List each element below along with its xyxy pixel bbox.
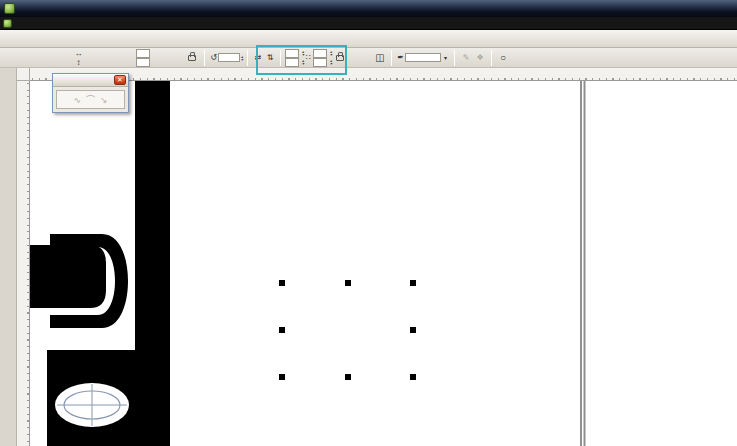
mirror-horizontal-button[interactable]: ⇄ (252, 53, 264, 62)
radius-br-spinner[interactable]: ▴▾ (330, 59, 332, 65)
page-edge-line-1 (580, 81, 582, 446)
mirror-vertical-button[interactable]: ⇅ (264, 53, 276, 62)
rotation-icon: ↺ (209, 53, 218, 62)
standard-toolbar (0, 30, 737, 48)
app-icon (4, 3, 15, 14)
outline-width-dropdown[interactable]: ▾ (441, 54, 450, 61)
open-curve-icon[interactable]: ○ (496, 52, 510, 63)
object-size-group: ↔ ↕ (74, 49, 136, 67)
rotation-spinner[interactable]: ▴▾ (241, 55, 243, 61)
laser-tools-floating-toolbar[interactable]: ✕ ∿ ⌒ ↘ (52, 73, 129, 113)
radius-top-right-value[interactable] (313, 49, 327, 58)
handle-top-right[interactable] (410, 280, 416, 286)
laser-toolbar-body: ∿ ⌒ ↘ (56, 90, 125, 109)
wrap-paragraph-text-button[interactable]: ◫ (373, 52, 387, 63)
outline-width-value[interactable] (405, 53, 441, 62)
selected-rounded-rectangle[interactable] (282, 287, 413, 373)
toilet-tank-shape[interactable] (30, 245, 106, 308)
title-bar[interactable] (0, 0, 737, 17)
handle-bottom-right[interactable] (410, 374, 416, 380)
symmetry-icon[interactable]: ✎ (459, 53, 473, 62)
scale-v-value[interactable] (136, 58, 150, 67)
outline-pen-icon: ✒ (396, 53, 405, 62)
ruler-origin-corner[interactable] (17, 68, 30, 81)
wrap-text-group: ◫ (373, 52, 387, 63)
radius-bottom-left-value[interactable] (285, 58, 299, 67)
handle-top-left[interactable] (279, 280, 285, 286)
radius-lock-button[interactable] (336, 55, 344, 61)
laser-tool-icon-3[interactable]: ↘ (100, 95, 108, 105)
handle-top-center[interactable] (345, 280, 351, 286)
radius-tr-spinner[interactable]: ▴▾ (330, 50, 332, 56)
coreldraw-window: ↔ ↕ ↺ ▴▾ ⇄ ⇅ ▴▾ ▴▾ ∷ (0, 0, 737, 446)
radius-bottom-right-value[interactable] (313, 58, 327, 67)
scale-h-value[interactable] (136, 49, 150, 58)
document-icon (3, 19, 12, 28)
rotation-group: ↺ ▴▾ (209, 53, 243, 62)
radius-top-left-value[interactable] (285, 49, 299, 58)
laser-toolbar-titlebar[interactable]: ✕ (53, 74, 128, 87)
canvas-svg (30, 81, 737, 446)
handle-middle-right[interactable] (410, 327, 416, 333)
property-bar: ↔ ↕ ↺ ▴▾ ⇄ ⇅ ▴▾ ▴▾ ∷ (0, 48, 737, 68)
handle-middle-left[interactable] (279, 327, 285, 333)
toolbox (0, 68, 17, 446)
horizontal-ruler[interactable] (30, 68, 737, 81)
drawing-canvas[interactable] (30, 81, 737, 446)
page-edge-line-2 (584, 81, 586, 446)
menu-bar (0, 17, 737, 30)
height-icon: ↕ (74, 58, 83, 67)
scale-group (136, 49, 184, 67)
laser-tool-icon-2[interactable]: ⌒ (86, 93, 95, 106)
handle-bottom-center[interactable] (345, 374, 351, 380)
corner-radius-group: ▴▾ ▴▾ ∷ ▴▾ ▴▾ (285, 49, 373, 67)
perspective-icon[interactable]: ❖ (473, 53, 487, 62)
handle-bottom-left[interactable] (279, 374, 285, 380)
vertical-ruler[interactable] (17, 81, 30, 446)
close-icon[interactable]: ✕ (114, 75, 126, 85)
width-icon: ↔ (74, 49, 83, 58)
object-position-group (2, 49, 74, 67)
radius-link-icon[interactable]: ∷ (304, 53, 313, 62)
outline-width-group: ✒ ▾ (396, 53, 450, 62)
rotation-value[interactable] (218, 53, 240, 62)
scale-lock-button[interactable] (188, 55, 196, 61)
laser-tool-icon-1[interactable]: ∿ (73, 95, 81, 105)
mirror-group: ⇄ ⇅ (252, 53, 276, 62)
